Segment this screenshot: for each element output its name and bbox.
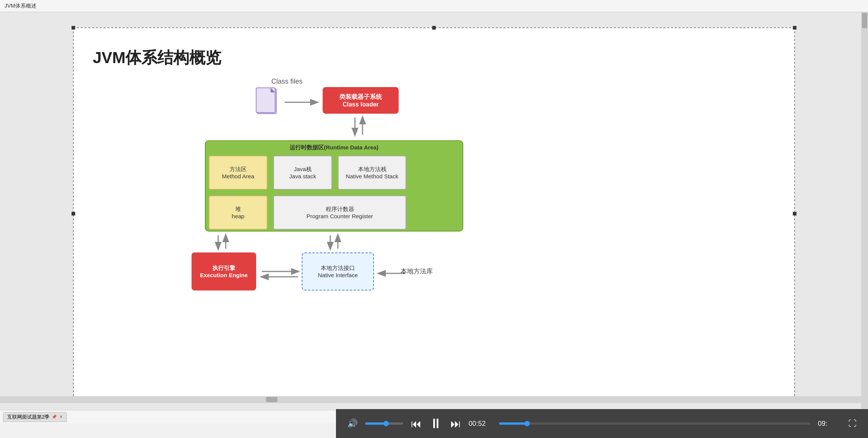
tab-pin-icon[interactable]: 📌	[52, 414, 57, 419]
native-interface-box: 本地方法接口 Native Interface	[302, 252, 374, 290]
total-time: 09:	[818, 420, 841, 428]
native-stack-line2: Native Method Stack	[346, 173, 398, 179]
native-interface-line1: 本地方法接口	[321, 265, 355, 272]
scrollbar-right[interactable]	[861, 12, 868, 415]
java-stack-line2: Java stack	[289, 173, 316, 179]
scrollbar-bottom[interactable]	[0, 396, 861, 403]
title-bar: JVM体系概述	[0, 0, 868, 12]
progress-bar[interactable]	[499, 422, 810, 425]
volume-thumb[interactable]	[383, 421, 389, 426]
execution-engine-line2: Execution Engine	[200, 272, 248, 278]
handle-tr[interactable]	[793, 26, 797, 30]
current-time: 00:52	[469, 420, 491, 428]
progress-thumb[interactable]	[524, 421, 530, 426]
method-area-line1: 方法区	[230, 166, 247, 173]
tab-label-1: 互联网面试题第2季	[7, 414, 49, 421]
handle-ml[interactable]	[71, 212, 75, 216]
slide: JVM体系结构概览 Class files	[73, 27, 795, 400]
execution-engine-box: 执行引擎 Execution Engine	[192, 252, 256, 290]
handle-tm[interactable]	[432, 26, 436, 30]
java-stack-line1: Java栈	[294, 166, 312, 173]
class-loader-box: 类装载器子系统 Class loader	[323, 87, 399, 114]
vertical-arrows	[345, 116, 376, 138]
volume-slider[interactable]	[365, 422, 403, 425]
program-counter-line2: Program Counter Register	[306, 213, 373, 219]
class-files-label: Class files	[271, 78, 303, 86]
rewind-button[interactable]: ⏮	[411, 417, 421, 430]
native-library-text: 本地方法库	[401, 267, 433, 276]
heap-box: 堆 heap	[209, 195, 268, 230]
diagram: Class files 类装载器子系统 Class l	[142, 78, 560, 313]
tab-item-1[interactable]: 互联网面试题第2季 📌 ✕	[3, 412, 67, 422]
file-icon	[255, 87, 282, 119]
pause-button[interactable]: ⏸	[429, 416, 443, 432]
volume-filled	[365, 422, 386, 425]
native-method-stack-box: 本地方法栈 Native Method Stack	[338, 156, 406, 190]
heap-line2: heap	[232, 213, 244, 219]
program-counter-line1: 程序计数器	[326, 206, 354, 213]
scrollbar-thumb-bottom[interactable]	[266, 397, 277, 402]
scrollbar-thumb-right[interactable]	[862, 13, 867, 28]
program-counter-box: 程序计数器 Program Counter Register	[273, 195, 406, 230]
class-loader-line2: Class loader	[342, 101, 379, 108]
java-stack-box: Java栈 Java stack	[273, 156, 332, 190]
slide-title: JVM体系结构概览	[93, 47, 221, 68]
arrows-to-engine	[209, 233, 239, 252]
video-controls: 🔊 ⏮ ⏸ ⏭ 00:52 09: ⛶	[336, 409, 868, 438]
handle-mr[interactable]	[793, 212, 797, 216]
method-area-box: 方法区 Method Area	[209, 156, 268, 190]
slide-container: JVM体系结构概览 Class files	[0, 12, 868, 415]
app-title: JVM体系概述	[5, 3, 36, 10]
progress-filled	[499, 422, 527, 425]
fastforward-button[interactable]: ⏭	[450, 417, 461, 430]
native-stack-line1: 本地方法栈	[358, 166, 386, 173]
method-area-line2: Method Area	[222, 173, 254, 179]
native-interface-line2: Native Interface	[318, 272, 358, 278]
tab-close-icon[interactable]: ✕	[59, 414, 63, 419]
execution-engine-line1: 执行引擎	[212, 265, 235, 272]
volume-icon[interactable]: 🔊	[347, 419, 358, 428]
heap-line1: 堆	[235, 206, 241, 213]
runtime-label: 运行时数据区(Runtime Data Area)	[290, 144, 379, 151]
arrow-to-classloader	[285, 97, 323, 108]
class-loader-line1: 类装载器子系统	[339, 93, 382, 101]
handle-tl[interactable]	[71, 26, 75, 30]
arrows-to-native	[321, 233, 351, 252]
horizontal-arrows	[260, 267, 302, 282]
fullscreen-button[interactable]: ⛶	[848, 419, 857, 428]
